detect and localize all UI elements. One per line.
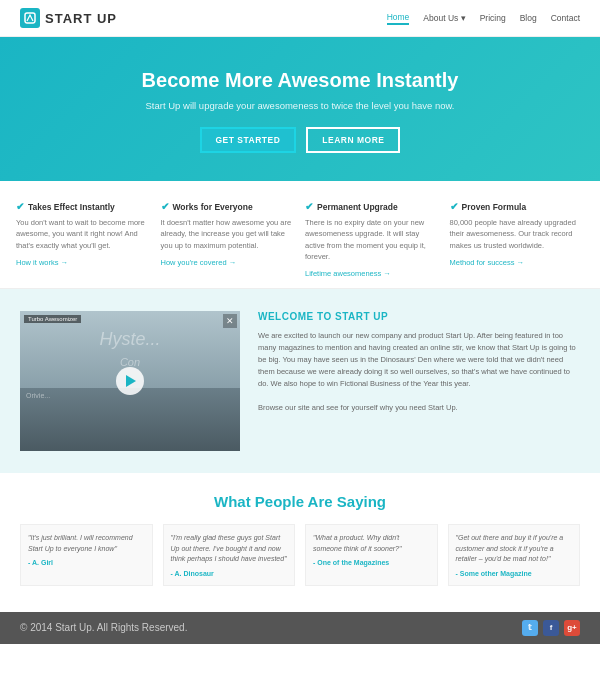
hero-subtext: Start Up will upgrade your awesomeness t… (60, 100, 540, 111)
feature-title-1: ✔ Takes Effect Instantly (16, 201, 151, 212)
checkmark-icon-3: ✔ (305, 201, 313, 212)
nav-contact[interactable]: Contact (551, 13, 580, 23)
feature-link-2[interactable]: How you're covered → (161, 258, 237, 267)
feature-title-3: ✔ Permanent Upgrade (305, 201, 440, 212)
video-section: Hyste...Con Orivie... Turbo Awesomizer ✕… (0, 289, 600, 473)
testimonial-quote-3: "What a product. Why didn't someone thin… (313, 533, 430, 554)
welcome-title: WELCOME TO START UP (258, 311, 580, 322)
testimonial-quote-4: "Get out there and buy it if you're a cu… (456, 533, 573, 565)
testimonials-heading: What People Are Saying (20, 493, 580, 510)
testimonial-author-3: - One of the Magazines (313, 559, 430, 566)
feature-title-2: ✔ Works for Everyone (161, 201, 296, 212)
hero-section: Become More Awesome Instantly Start Up w… (0, 37, 600, 181)
play-button[interactable] (116, 367, 144, 395)
testimonials-grid: "It's just brilliant. I will recommend S… (20, 524, 580, 586)
nav-home[interactable]: Home (387, 12, 410, 25)
logo[interactable]: START UP (20, 8, 117, 28)
facebook-icon[interactable]: f (543, 620, 559, 636)
logo-icon (20, 8, 40, 28)
testimonial-author-2: - A. Dinosaur (171, 570, 288, 577)
testimonial-author-4: - Some other Magazine (456, 570, 573, 577)
feature-title-4: ✔ Proven Formula (450, 201, 585, 212)
twitter-icon[interactable]: 𝕥 (522, 620, 538, 636)
feature-proven-formula: ✔ Proven Formula 80,000 people have alre… (450, 201, 585, 278)
testimonial-3: "What a product. Why didn't someone thin… (305, 524, 438, 586)
social-icons: 𝕥 f g+ (522, 620, 580, 636)
video-wrapper: Hyste...Con Orivie... Turbo Awesomizer ✕ (20, 311, 240, 451)
video-close-button[interactable]: ✕ (223, 314, 237, 328)
logo-text: START UP (45, 11, 117, 26)
testimonial-quote-2: "I'm really glad these guys got Start Up… (171, 533, 288, 565)
googleplus-icon[interactable]: g+ (564, 620, 580, 636)
testimonial-4: "Get out there and buy it if you're a cu… (448, 524, 581, 586)
hero-heading: Become More Awesome Instantly (60, 69, 540, 92)
features-section: ✔ Takes Effect Instantly You don't want … (0, 181, 600, 289)
checkmark-icon-4: ✔ (450, 201, 458, 212)
testimonial-1: "It's just brilliant. I will recommend S… (20, 524, 153, 586)
welcome-text: We are excited to launch our new company… (258, 330, 580, 414)
feature-takes-effect: ✔ Takes Effect Instantly You don't want … (16, 201, 151, 278)
video-content: WELCOME TO START UP We are excited to la… (258, 311, 580, 414)
footer: © 2014 Start Up. All Rights Reserved. 𝕥 … (0, 612, 600, 644)
feature-link-3[interactable]: Lifetime awesomeness → (305, 269, 391, 278)
nav-links: Home About Us ▾ Pricing Blog Contact (387, 12, 580, 25)
navbar: START UP Home About Us ▾ Pricing Blog Co… (0, 0, 600, 37)
video-label: Turbo Awesomizer (24, 315, 81, 323)
nav-about[interactable]: About Us ▾ (423, 13, 465, 23)
footer-copyright: © 2014 Start Up. All Rights Reserved. (20, 622, 187, 633)
feature-link-1[interactable]: How it works → (16, 258, 68, 267)
get-started-button[interactable]: GET STARTED (200, 127, 297, 153)
hero-buttons: GET STARTED LEARN MORE (60, 127, 540, 153)
video-player[interactable]: Hyste...Con Orivie... Turbo Awesomizer ✕ (20, 311, 240, 451)
testimonial-quote-1: "It's just brilliant. I will recommend S… (28, 533, 145, 554)
feature-link-4[interactable]: Method for success → (450, 258, 525, 267)
feature-works-everyone: ✔ Works for Everyone It doesn't matter h… (161, 201, 296, 278)
nav-pricing[interactable]: Pricing (480, 13, 506, 23)
testimonial-2: "I'm really glad these guys got Start Up… (163, 524, 296, 586)
testimonial-author-1: - A. Girl (28, 559, 145, 566)
checkmark-icon-2: ✔ (161, 201, 169, 212)
learn-more-button[interactable]: LEARN MORE (306, 127, 400, 153)
nav-blog[interactable]: Blog (520, 13, 537, 23)
testimonials-section: What People Are Saying "It's just brilli… (0, 473, 600, 612)
feature-permanent-upgrade: ✔ Permanent Upgrade There is no expiry d… (305, 201, 440, 278)
checkmark-icon-1: ✔ (16, 201, 24, 212)
